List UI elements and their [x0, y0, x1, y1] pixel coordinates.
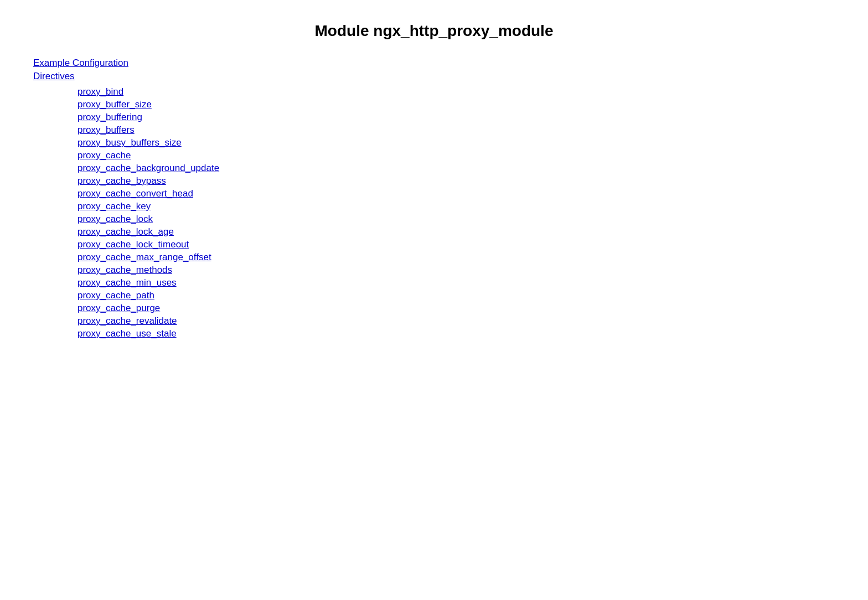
directive-link-proxy_cache_bypass[interactable]: proxy_cache_bypass [78, 175, 835, 187]
directive-link-proxy_buffer_size[interactable]: proxy_buffer_size [78, 99, 835, 110]
directive-link-proxy_cache_background_update[interactable]: proxy_cache_background_update [78, 163, 835, 174]
directive-link-proxy_cache[interactable]: proxy_cache [78, 150, 835, 161]
directive-link-proxy_cache_lock_age[interactable]: proxy_cache_lock_age [78, 226, 835, 237]
directive-link-proxy_cache_path[interactable]: proxy_cache_path [78, 290, 835, 301]
directive-link-proxy_busy_buffers_size[interactable]: proxy_busy_buffers_size [78, 137, 835, 148]
example-configuration-link[interactable]: Example Configuration [33, 58, 835, 69]
directives-link[interactable]: Directives [33, 71, 835, 82]
top-navigation: Example Configuration Directives [33, 58, 835, 82]
directive-link-proxy_cache_use_stale[interactable]: proxy_cache_use_stale [78, 328, 835, 339]
directive-link-proxy_cache_max_range_offset[interactable]: proxy_cache_max_range_offset [78, 252, 835, 263]
directive-link-proxy_cache_key[interactable]: proxy_cache_key [78, 201, 835, 212]
directive-link-proxy_cache_lock[interactable]: proxy_cache_lock [78, 214, 835, 225]
directive-link-proxy_buffers[interactable]: proxy_buffers [78, 125, 835, 136]
directive-link-proxy_cache_purge[interactable]: proxy_cache_purge [78, 303, 835, 314]
directive-link-proxy_cache_convert_head[interactable]: proxy_cache_convert_head [78, 188, 835, 199]
directives-list: proxy_bindproxy_buffer_sizeproxy_bufferi… [33, 86, 835, 339]
directive-link-proxy_cache_revalidate[interactable]: proxy_cache_revalidate [78, 315, 835, 327]
directive-link-proxy_cache_methods[interactable]: proxy_cache_methods [78, 265, 835, 276]
directive-link-proxy_bind[interactable]: proxy_bind [78, 86, 835, 97]
page-title: Module ngx_http_proxy_module [33, 22, 835, 40]
directive-link-proxy_buffering[interactable]: proxy_buffering [78, 112, 835, 123]
directive-link-proxy_cache_min_uses[interactable]: proxy_cache_min_uses [78, 277, 835, 288]
directive-link-proxy_cache_lock_timeout[interactable]: proxy_cache_lock_timeout [78, 239, 835, 250]
